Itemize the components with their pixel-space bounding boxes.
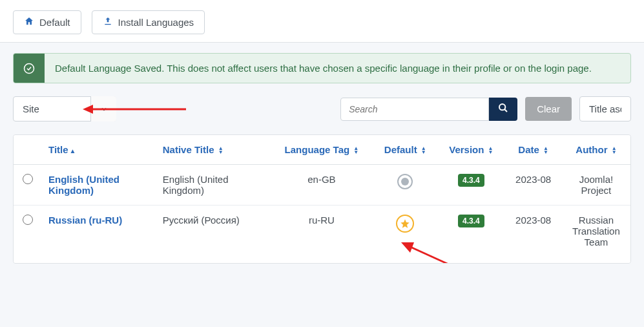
version-badge: 4.3.4 xyxy=(458,215,484,227)
alert-message: Default Language Saved. This does not af… xyxy=(45,54,602,83)
search-input[interactable] xyxy=(340,98,489,121)
col-author[interactable]: Author ▲▼ xyxy=(562,135,630,165)
filters-row: Site Clear Title as xyxy=(13,96,631,121)
site-select[interactable]: Site xyxy=(13,96,116,121)
home-icon xyxy=(24,16,34,28)
search-icon xyxy=(498,105,508,115)
check-circle-icon xyxy=(14,54,45,83)
col-date[interactable]: Date ▲▼ xyxy=(504,135,561,165)
languages-table: Title▲ Native Title ▲▼ Language Tag ▲▼ D… xyxy=(13,134,631,264)
default-button[interactable]: Default xyxy=(13,10,81,34)
table-row: English (United Kingdom) English (United… xyxy=(14,165,630,206)
set-default-button[interactable] xyxy=(397,174,413,189)
author-text: Russian Translation Team xyxy=(572,215,620,248)
search-button[interactable] xyxy=(489,98,517,121)
svg-point-0 xyxy=(25,63,34,73)
col-title[interactable]: Title▲ xyxy=(42,135,156,165)
svg-point-3 xyxy=(499,104,505,110)
upload-icon xyxy=(103,16,113,28)
row-select-radio[interactable] xyxy=(23,215,33,225)
language-title-link[interactable]: Russian (ru-RU) xyxy=(48,215,122,226)
install-button-label: Install Languages xyxy=(118,17,194,28)
date-text: 2023-08 xyxy=(515,215,551,226)
author-text: Joomla! Project xyxy=(579,174,614,196)
clear-button[interactable]: Clear xyxy=(525,97,572,121)
table-row: Russian (ru-RU) Русский (Россия) ru-RU 4… xyxy=(14,206,630,264)
col-version[interactable]: Version ▲▼ xyxy=(437,135,504,165)
install-languages-button[interactable]: Install Languages xyxy=(92,10,205,34)
version-badge: 4.3.4 xyxy=(458,174,484,187)
toolbar: Default Install Languages xyxy=(0,0,644,43)
native-title-text: Русский (Россия) xyxy=(163,215,240,226)
col-native-title[interactable]: Native Title ▲▼ xyxy=(156,135,271,165)
date-text: 2023-08 xyxy=(515,174,551,185)
language-tag-text: en-GB xyxy=(307,174,335,185)
col-default[interactable]: Default ▲▼ xyxy=(373,135,437,165)
row-select-radio[interactable] xyxy=(23,174,33,184)
default-button-label: Default xyxy=(39,17,70,28)
col-language-tag[interactable]: Language Tag ▲▼ xyxy=(271,135,373,165)
native-title-text: English (United Kingdom) xyxy=(163,174,229,196)
language-tag-text: ru-RU xyxy=(309,215,335,226)
svg-line-4 xyxy=(504,109,507,112)
default-star-icon[interactable] xyxy=(396,215,414,233)
success-alert: Default Language Saved. This does not af… xyxy=(13,53,631,83)
sort-select[interactable]: Title asce xyxy=(579,96,631,121)
language-title-link[interactable]: English (United Kingdom) xyxy=(48,174,119,196)
